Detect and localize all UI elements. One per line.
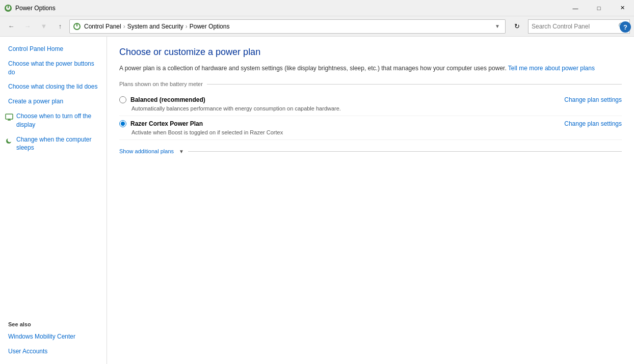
close-button[interactable]: ✕ bbox=[611, 0, 634, 16]
razer-plan-label: Razer Cortex Power Plan bbox=[119, 120, 203, 127]
forward-button[interactable]: → bbox=[20, 19, 35, 34]
learn-more-link[interactable]: Tell me more about power plans bbox=[508, 65, 595, 72]
sidebar: Control Panel Home Choose what the power… bbox=[0, 37, 107, 364]
razer-plan-item: Razer Cortex Power Plan Change plan sett… bbox=[119, 116, 622, 140]
back-button[interactable]: ← bbox=[4, 19, 18, 34]
balanced-plan-desc: Automatically balances performance with … bbox=[131, 105, 622, 111]
title-bar: Power Options — □ ✕ bbox=[0, 0, 634, 16]
sidebar-item-windows-mobility[interactable]: Windows Mobility Center bbox=[0, 329, 107, 344]
page-title: Choose or customize a power plan bbox=[119, 47, 622, 58]
breadcrumb: Control Panel › System and Security › Po… bbox=[84, 23, 493, 30]
razer-plan-row: Razer Cortex Power Plan Change plan sett… bbox=[119, 120, 622, 127]
balanced-plan-name: Balanced (recommended) bbox=[130, 96, 205, 103]
search-box: 🔍 bbox=[528, 19, 630, 34]
maximize-button[interactable]: □ bbox=[587, 0, 611, 16]
moon-icon bbox=[5, 136, 13, 145]
sidebar-item-power-buttons[interactable]: Choose what the power buttons do bbox=[0, 57, 107, 80]
razer-plan-desc: Activate when Boost is toggled on if sel… bbox=[131, 129, 622, 135]
minimize-button[interactable]: — bbox=[564, 0, 587, 16]
sidebar-item-closing-lid[interactable]: Choose what closing the lid does bbox=[0, 79, 107, 94]
sidebar-item-computer-sleeps[interactable]: Change when the computer sleeps bbox=[0, 132, 107, 156]
balanced-plan-label: Balanced (recommended) bbox=[119, 96, 205, 103]
address-bar: Control Panel › System and Security › Po… bbox=[69, 19, 506, 34]
breadcrumb-power-options: Power Options bbox=[190, 23, 230, 30]
search-input[interactable] bbox=[532, 23, 618, 30]
page-description: A power plan is a collection of hardware… bbox=[119, 64, 622, 73]
content-area: Choose or customize a power plan A power… bbox=[107, 37, 634, 364]
balanced-plan-row: Balanced (recommended) Change plan setti… bbox=[119, 96, 622, 103]
balanced-radio[interactable] bbox=[119, 96, 126, 103]
title-bar-title: Power Options bbox=[15, 5, 56, 12]
up-button[interactable]: ↑ bbox=[53, 19, 67, 34]
balanced-change-link[interactable]: Change plan settings bbox=[564, 96, 622, 103]
sidebar-item-create-power-plan[interactable]: Create a power plan bbox=[0, 94, 107, 109]
show-additional-plans[interactable]: Show additional plans ▼ bbox=[119, 148, 622, 154]
chevron-down-icon: ▼ bbox=[179, 149, 184, 154]
sidebar-item-turn-off-display[interactable]: Choose when to turn off the display bbox=[0, 109, 107, 132]
app-icon bbox=[4, 4, 12, 12]
nav-bar: ← → ▼ ↑ Control Panel › System and Secur… bbox=[0, 16, 634, 37]
title-bar-controls: — □ ✕ bbox=[564, 0, 634, 16]
breadcrumb-control-panel[interactable]: Control Panel bbox=[84, 23, 121, 30]
razer-change-link[interactable]: Change plan settings bbox=[564, 120, 622, 127]
address-chevron-icon[interactable]: ▼ bbox=[493, 23, 502, 29]
sidebar-item-control-panel-home[interactable]: Control Panel Home bbox=[0, 42, 107, 57]
razer-plan-name: Razer Cortex Power Plan bbox=[130, 120, 203, 127]
title-bar-left: Power Options bbox=[4, 4, 56, 12]
razer-radio[interactable] bbox=[119, 120, 126, 127]
see-also-title: See also bbox=[0, 313, 107, 329]
refresh-button[interactable]: ↻ bbox=[510, 19, 524, 34]
main-layout: Control Panel Home Choose what the power… bbox=[0, 37, 634, 364]
sidebar-item-user-accounts[interactable]: User Accounts bbox=[0, 344, 107, 359]
breadcrumb-system-security[interactable]: System and Security bbox=[127, 23, 183, 30]
show-additional-label[interactable]: Show additional plans bbox=[119, 148, 174, 154]
balanced-plan-item: Balanced (recommended) Change plan setti… bbox=[119, 92, 622, 116]
monitor-icon bbox=[5, 113, 13, 121]
help-button[interactable]: ? bbox=[620, 21, 631, 33]
plans-section-header: Plans shown on the battery meter bbox=[119, 81, 622, 87]
address-bar-icon bbox=[73, 22, 81, 31]
recent-locations-button[interactable]: ▼ bbox=[37, 19, 51, 34]
svg-rect-4 bbox=[6, 114, 13, 119]
